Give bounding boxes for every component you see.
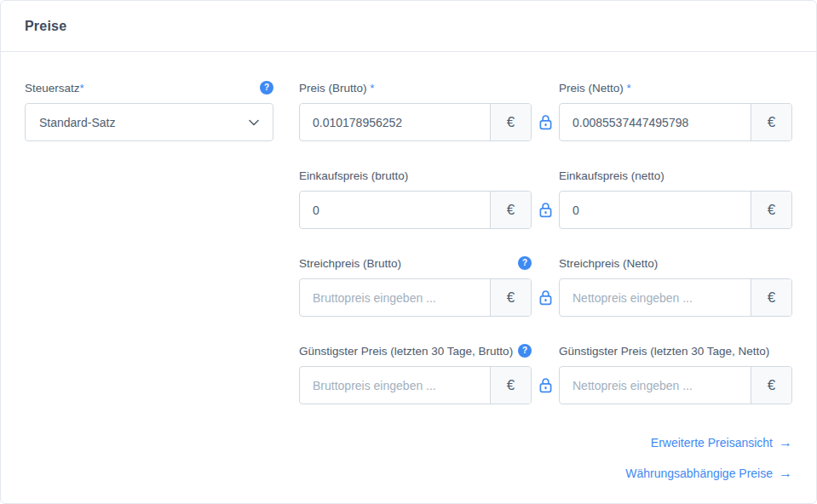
price-row-cheapest: Günstigster Preis (letzten 30 Tage, Brut… bbox=[299, 344, 792, 404]
tax-rate-selected-value: Standard-Satz bbox=[39, 116, 116, 129]
purchase-net-field: Einkaufspreis (netto) € bbox=[559, 169, 792, 229]
lock-column bbox=[532, 278, 559, 317]
links-section: Erweiterte Preisansicht→ Währungsabhängi… bbox=[299, 432, 792, 481]
currency-suffix: € bbox=[490, 192, 531, 228]
help-icon[interactable]: ? bbox=[518, 256, 532, 270]
chevron-down-icon bbox=[249, 119, 259, 126]
cheapest-net-label: Günstigster Preis (letzten 30 Tage, Nett… bbox=[559, 345, 769, 358]
list-price-gross-field: Streichpreis (Brutto) ? € bbox=[299, 256, 532, 317]
card-header: Preise bbox=[1, 1, 816, 52]
tax-rate-select[interactable]: Standard-Satz bbox=[25, 103, 273, 141]
currency-suffix: € bbox=[751, 367, 791, 404]
help-icon[interactable]: ? bbox=[260, 81, 273, 94]
card-title: Preise bbox=[25, 19, 66, 34]
price-gross-label: Preis (Brutto) * bbox=[299, 82, 375, 94]
price-net-label: Preis (Netto) * bbox=[559, 82, 631, 94]
purchase-gross-label: Einkaufspreis (brutto) bbox=[299, 169, 408, 182]
purchase-gross-field: Einkaufspreis (brutto) € bbox=[299, 169, 532, 229]
cheapest-gross-label: Günstigster Preis (letzten 30 Tage, Brut… bbox=[299, 345, 513, 358]
currency-suffix: € bbox=[751, 104, 791, 140]
arrow-right-icon: → bbox=[779, 467, 792, 480]
lock-icon[interactable] bbox=[539, 202, 552, 218]
help-icon[interactable]: ? bbox=[518, 344, 532, 358]
cheapest-net-input[interactable] bbox=[560, 367, 751, 404]
price-gross-input[interactable] bbox=[300, 104, 490, 140]
cheapest-net-field: Günstigster Preis (letzten 30 Tage, Nett… bbox=[559, 344, 792, 404]
currency-prices-link[interactable]: Währungsabhängige Preise→ bbox=[625, 467, 792, 480]
lock-column bbox=[532, 191, 559, 229]
list-price-net-field: Streichpreis (Netto) € bbox=[559, 256, 792, 317]
currency-suffix: € bbox=[490, 104, 531, 140]
cheapest-gross-field: Günstigster Preis (letzten 30 Tage, Brut… bbox=[299, 344, 532, 404]
currency-suffix: € bbox=[490, 367, 531, 404]
price-net-field: Preis (Netto) * € bbox=[559, 81, 792, 141]
price-row-gross-net: Preis (Brutto) * € Preis (Netto) * bbox=[299, 81, 792, 141]
lock-icon[interactable] bbox=[539, 377, 552, 393]
prices-column: Preis (Brutto) * € Preis (Netto) * bbox=[299, 81, 792, 496]
currency-suffix: € bbox=[751, 192, 791, 228]
cheapest-gross-input[interactable] bbox=[300, 367, 490, 404]
required-mark: * bbox=[367, 82, 375, 94]
purchase-gross-input[interactable] bbox=[300, 192, 490, 228]
tax-rate-label: Steuersatz* bbox=[25, 82, 84, 94]
price-row-list-price: Streichpreis (Brutto) ? € Streichpre bbox=[299, 256, 792, 317]
required-mark: * bbox=[624, 82, 631, 94]
price-gross-field: Preis (Brutto) * € bbox=[299, 81, 532, 141]
purchase-net-label: Einkaufspreis (netto) bbox=[559, 169, 665, 182]
list-price-gross-input[interactable] bbox=[300, 279, 490, 316]
price-row-purchase: Einkaufspreis (brutto) € Einkaufspreis (… bbox=[299, 169, 792, 229]
lock-column bbox=[532, 103, 559, 141]
required-mark: * bbox=[80, 82, 84, 94]
advanced-prices-link[interactable]: Erweiterte Preisansicht→ bbox=[651, 436, 792, 450]
price-net-input[interactable] bbox=[560, 104, 751, 140]
prices-card: Preise Steuersatz* ? Standard-Satz Pre bbox=[0, 0, 817, 504]
currency-suffix: € bbox=[751, 279, 791, 316]
list-price-net-input[interactable] bbox=[560, 279, 751, 316]
purchase-net-input[interactable] bbox=[560, 192, 751, 228]
list-price-gross-label: Streichpreis (Brutto) bbox=[299, 257, 401, 270]
lock-icon[interactable] bbox=[539, 289, 552, 306]
tax-rate-field: Steuersatz* ? Standard-Satz bbox=[25, 81, 273, 496]
list-price-net-label: Streichpreis (Netto) bbox=[559, 257, 658, 270]
lock-column bbox=[532, 366, 559, 404]
card-body: Steuersatz* ? Standard-Satz Preis (Brutt… bbox=[1, 52, 816, 496]
currency-suffix: € bbox=[490, 279, 531, 316]
lock-icon[interactable] bbox=[539, 114, 552, 130]
arrow-right-icon: → bbox=[779, 436, 792, 450]
